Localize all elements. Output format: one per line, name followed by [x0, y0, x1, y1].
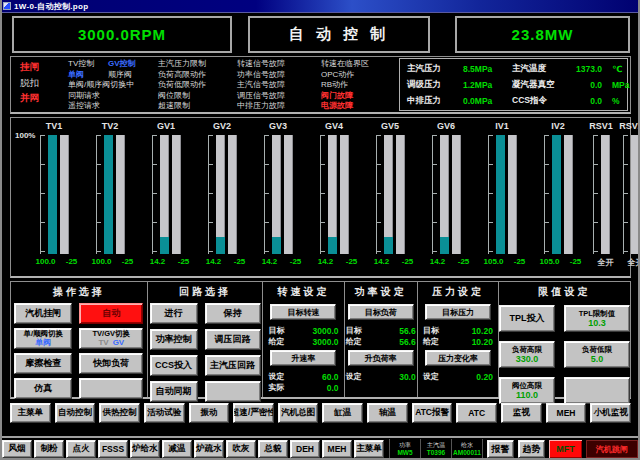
taskbar-button-1[interactable]: 制粉 — [34, 440, 64, 458]
measurement-label: CCS指令 — [512, 95, 572, 107]
loop-hold-button[interactable]: 保持 — [205, 303, 261, 324]
app-icon — [3, 2, 11, 10]
limits-load-high-limit-button[interactable]: 负荷高限330.0 — [499, 341, 555, 368]
taskbar-button-6[interactable]: 炉疏水 — [194, 440, 224, 458]
button-label: 汽机挂闸 — [25, 307, 61, 320]
speed-rate-button[interactable]: 升速率 — [270, 350, 336, 366]
trend-button[interactable]: 趋势 — [518, 440, 545, 458]
valve-label: GV6 — [437, 121, 455, 133]
panel-title: 回路选择 — [179, 285, 231, 299]
button-label: 阀位高限 — [512, 381, 542, 390]
operation-friction-check-button[interactable]: 摩擦检查 — [14, 353, 72, 374]
nav-button-5[interactable]: 超速/严密性 — [233, 403, 274, 423]
taskbar-button-10[interactable]: MEH — [322, 440, 352, 458]
valve-readout: -25 — [565, 257, 586, 266]
power-target-button[interactable]: 目标负荷 — [348, 304, 414, 320]
limits-tpl-limit-button[interactable]: TPL限制值10.3 — [564, 305, 630, 332]
nav-button-1[interactable]: 自动控制 — [55, 403, 96, 423]
valve-bar — [48, 135, 57, 254]
limits-load-low-limit-button[interactable]: 负荷低限5.0 — [564, 341, 630, 368]
measurement-row: 主汽温度1373.0℃ — [512, 61, 629, 77]
valve-readouts: 14.2-25 — [315, 257, 362, 266]
pressure-target-button[interactable]: 目标压力 — [425, 304, 491, 320]
valve-group-gv1: GV114.2-25 — [138, 121, 194, 274]
measurement-value: 1373.0 — [572, 64, 602, 74]
taskbar-button-0[interactable]: 风烟 — [2, 440, 32, 458]
loop-run-button[interactable]: 进行 — [150, 303, 198, 324]
loop-main-steam-pressure-loop-button[interactable]: 主汽压回路 — [205, 355, 261, 376]
valve-bar-fill — [328, 237, 337, 254]
turbine-trip-indicator: 汽机跳闸 — [586, 440, 638, 458]
limits-tpl-on-button[interactable]: TPL投入 — [499, 305, 555, 332]
taskbar-button-2[interactable]: 点火 — [66, 440, 96, 458]
valve-scale — [264, 135, 269, 254]
valve-bar-fill — [496, 135, 505, 254]
limit-status: 超速限制 — [158, 101, 206, 112]
taskbar-button-11[interactable]: 主菜单 — [354, 440, 384, 458]
loop-auto-sync-button[interactable]: 自动同期 — [150, 381, 198, 402]
pressure-rate-button[interactable]: 压力变化率 — [425, 350, 491, 366]
nav-button-10[interactable]: ATC — [456, 403, 497, 423]
nav-button-4[interactable]: 振动 — [189, 403, 230, 423]
valve-readout: -25 — [509, 257, 530, 266]
operation-blank-button[interactable] — [79, 378, 143, 399]
alarm-button[interactable]: 报警 — [487, 440, 514, 458]
nav-button-6[interactable]: 汽机总图 — [278, 403, 319, 423]
valve-readout: -25 — [453, 257, 474, 266]
operation-single-seq-valve-switch-button[interactable]: 单/顺阀切换单阀 — [14, 328, 72, 349]
taskbar-button-5[interactable]: 减温 — [162, 440, 192, 458]
limit-status: 主汽压力限制 — [158, 59, 206, 70]
loop-blank-button[interactable] — [205, 381, 261, 402]
taskbar-button-8[interactable]: 总貌 — [258, 440, 288, 458]
nav-button-11[interactable]: 监视 — [501, 403, 542, 423]
nav-button-12[interactable]: MEH — [546, 403, 587, 423]
button-label: 快卸负荷 — [93, 357, 129, 370]
control-mode: TV控制 — [68, 59, 108, 70]
taskbar-button-4[interactable]: 炉给水 — [130, 440, 160, 458]
loop-power-control-button[interactable]: 功率控制 — [150, 329, 198, 350]
taskbar-button-3[interactable]: FSSS — [98, 440, 128, 458]
button-label: 进行 — [165, 307, 183, 320]
rpm-display: 3000.0RPM — [12, 16, 232, 53]
loop-ccs-on-button[interactable]: CCS投入 — [150, 355, 198, 376]
control-mode-row: TV控制GV控制 — [68, 59, 136, 70]
nav-button-2[interactable]: 供热控制 — [99, 403, 140, 423]
operation-fast-unload-button[interactable]: 快卸负荷 — [79, 353, 143, 374]
nav-button-3[interactable]: 活动试验 — [144, 403, 185, 423]
operation-tv-gv-switch-button[interactable]: TV/GV切换TVGV — [79, 328, 143, 349]
power-value: 23.8MW — [512, 26, 574, 43]
power-rate-button[interactable]: 升负荷率 — [348, 350, 414, 366]
speed-target-button[interactable]: 目标转速 — [270, 304, 336, 320]
valve-scale — [208, 135, 213, 254]
operation-auto-button[interactable]: 自动 — [79, 303, 143, 324]
nav-button-8[interactable]: 轴温 — [367, 403, 408, 423]
nav-button-0[interactable]: 主菜单 — [10, 403, 51, 423]
limits-valve-high-limit-button[interactable]: 阀位高限110.0 — [499, 377, 555, 404]
nav-button-9[interactable]: ATC报警 — [412, 403, 453, 423]
valve-bar — [284, 135, 293, 254]
valve-group-gv4: GV414.2-25 — [306, 121, 362, 274]
breaker-state: 脱扣 — [20, 78, 39, 89]
valve-readout: 14.2 — [427, 257, 448, 266]
valve-readouts: 100.0-25 — [91, 257, 138, 266]
loop-pressure-loop-button[interactable]: 调压回路 — [205, 329, 261, 350]
mft-button[interactable]: MFT — [549, 440, 582, 458]
valve-readouts: 14.2-25 — [371, 257, 418, 266]
taskbar-button-9[interactable]: DEH — [290, 440, 320, 458]
valve-bar — [60, 135, 69, 254]
setting-row: 目标10.20 — [423, 325, 493, 336]
taskbar-button-7[interactable]: 吹灰 — [226, 440, 256, 458]
nav-button-13[interactable]: 小机监视 — [590, 403, 631, 423]
limits-blank-button[interactable] — [564, 377, 630, 404]
setting-value: 0.20 — [476, 372, 493, 382]
button-label: 保持 — [224, 307, 242, 320]
panel-limits: 限值设定 TPL投入TPL限制值10.3负荷高限330.0负荷低限5.0阀位高限… — [499, 282, 630, 397]
panel-title: 限值设定 — [539, 285, 591, 299]
valve-bar-fill — [216, 237, 225, 254]
taskbar-indicator-2: 给水AM00011 — [451, 439, 482, 459]
nav-button-7[interactable]: 缸温 — [322, 403, 363, 423]
taskbar-buttons: 风烟制粉点火FSSS炉给水减温炉疏水吹灰总貌DEHMEH主菜单 — [2, 440, 384, 458]
setting-label: 目标 — [423, 325, 439, 336]
operation-simulation-button[interactable]: 仿真 — [14, 378, 72, 399]
operation-turbine-latch-button[interactable]: 汽机挂闸 — [14, 303, 72, 324]
